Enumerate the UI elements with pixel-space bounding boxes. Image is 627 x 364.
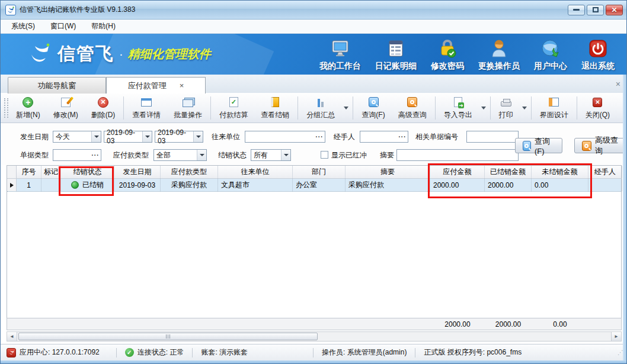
- grid-header-row: 序号 标记 结销状态 发生日期 应付款类型 往来单位 部门 摘要 应付金额 已结…: [7, 166, 621, 179]
- column-header[interactable]: 已结销金额: [485, 166, 532, 178]
- query-magnifier-icon: [523, 141, 531, 151]
- column-header[interactable]: 发生日期: [114, 166, 161, 178]
- column-header[interactable]: 应付款类型: [161, 166, 218, 178]
- summary-label: 摘要: [380, 149, 394, 161]
- tab-function-nav[interactable]: 功能导航窗: [8, 77, 106, 94]
- banner: 信管飞 · 精细化管理软件 我的工作台 日记账明细 修改密码: [1, 34, 627, 75]
- brand-name: 信管飞: [57, 42, 114, 66]
- paytype-select[interactable]: 全部: [153, 149, 207, 161]
- date-from-select[interactable]: 2019-09-03: [104, 131, 152, 143]
- table-row[interactable]: 1 已结销 2019-09-03 采购应付款 文具超市 办公室 采购应付款 20…: [7, 179, 621, 192]
- vendor-input[interactable]: ···: [245, 131, 325, 143]
- add-button[interactable]: + 新增(N): [9, 94, 47, 123]
- printer-icon: [501, 101, 511, 107]
- view-detail-button[interactable]: 查看详情: [126, 94, 167, 123]
- minimize-button[interactable]: [568, 5, 585, 15]
- column-header[interactable]: 结销状态: [61, 166, 114, 178]
- delete-button[interactable]: ✕ 删除(D): [85, 94, 122, 123]
- exit-system-button[interactable]: 退出系统: [574, 37, 622, 73]
- lookup-ellipsis-icon[interactable]: ···: [90, 150, 101, 160]
- advanced-query-toolbar-button[interactable]: 高级查询: [392, 94, 433, 123]
- menu-system[interactable]: 系统(S): [11, 21, 35, 31]
- dropdown-arrow-icon[interactable]: [193, 131, 203, 142]
- change-password-button[interactable]: 修改密码: [424, 37, 471, 73]
- tab-payables[interactable]: 应付款管理 ×: [106, 77, 206, 94]
- user-center-button[interactable]: 用户中心: [527, 37, 574, 73]
- brand-logo-icon: [28, 43, 53, 66]
- group-summary-button[interactable]: 分组汇总: [300, 94, 341, 123]
- cell-summary: 采购应付款: [346, 179, 430, 191]
- advanced-query-button[interactable]: 高级查询: [574, 138, 627, 153]
- scroll-left-icon[interactable]: ◄: [7, 332, 17, 341]
- switch-operator-button[interactable]: 更换操作员: [471, 37, 527, 73]
- payment-settle-button[interactable]: ✓ 付款结算: [213, 94, 254, 123]
- column-header[interactable]: 未结销金额: [532, 166, 588, 178]
- ui-design-button[interactable]: 界面设计: [533, 94, 575, 123]
- app-center-icon: [7, 348, 16, 357]
- doctype-input[interactable]: ···: [53, 149, 101, 161]
- summary-input[interactable]: [396, 149, 519, 161]
- column-header[interactable]: 序号: [17, 166, 41, 178]
- lookup-ellipsis-icon[interactable]: ···: [397, 131, 408, 142]
- column-header[interactable]: 往来单位: [218, 166, 293, 178]
- edit-icon: [61, 98, 71, 107]
- connection-status: ✓ 连接状态: 正常: [125, 347, 184, 357]
- detail-window-icon: [141, 98, 152, 107]
- show-reversed-checkbox[interactable]: [321, 151, 328, 159]
- maximize-button[interactable]: [587, 5, 604, 15]
- settled-status-dot-icon: [71, 181, 79, 189]
- print-dropdown-icon[interactable]: [522, 107, 527, 109]
- dropdown-arrow-icon[interactable]: [281, 150, 290, 160]
- batch-cards-icon: [183, 99, 193, 107]
- toolbar-grip[interactable]: [4, 98, 8, 118]
- batch-operation-button[interactable]: 批量操作: [167, 94, 209, 123]
- title-bar: 信管飞出纳记账软件专业版 V9.1.383 ✕: [1, 1, 627, 20]
- column-header[interactable]: 标记: [41, 166, 61, 178]
- cell-vendor: 文具超市: [218, 179, 293, 191]
- workbench-button[interactable]: 我的工作台: [312, 37, 368, 73]
- group-summary-dropdown-icon[interactable]: [344, 107, 348, 109]
- menu-window[interactable]: 窗口(W): [50, 21, 76, 31]
- dropdown-arrow-icon[interactable]: [91, 131, 101, 142]
- scroll-right-icon[interactable]: ►: [611, 332, 621, 341]
- dropdown-arrow-icon[interactable]: [197, 150, 206, 160]
- monitor-icon: [330, 38, 351, 59]
- related-doc-input[interactable]: [466, 131, 519, 143]
- menu-help[interactable]: 帮助(H): [91, 21, 116, 31]
- horizontal-scrollbar[interactable]: ◄ ►: [7, 331, 622, 342]
- column-header[interactable]: 应付金额: [430, 166, 485, 178]
- journal-list-icon: [385, 38, 407, 59]
- cell-settled: 2000.00: [485, 179, 532, 191]
- column-header[interactable]: 摘要: [346, 166, 430, 178]
- date-label: 发生日期: [20, 131, 49, 143]
- person-icon: [488, 38, 510, 59]
- cell-date: 2019-09-03: [114, 179, 161, 191]
- lookup-ellipsis-icon[interactable]: ···: [314, 131, 325, 142]
- advanced-query-magnifier-icon: [407, 97, 417, 107]
- column-header[interactable]: 经手人: [588, 166, 622, 178]
- view-settlement-button[interactable]: 查看结销: [254, 94, 296, 123]
- tab-close-icon[interactable]: ×: [180, 81, 184, 90]
- query-toolbar-button[interactable]: 查询(F): [355, 94, 391, 123]
- close-button[interactable]: ✕: [606, 5, 623, 15]
- panel-close-icon[interactable]: ×: [616, 79, 620, 89]
- column-header[interactable]: 部门: [293, 166, 346, 178]
- close-tab-button[interactable]: ✕ 关闭(Q): [579, 94, 616, 123]
- dropdown-arrow-icon[interactable]: [142, 131, 152, 142]
- journal-detail-button[interactable]: 日记账明细: [368, 37, 424, 73]
- current-row-arrow-icon: [10, 183, 14, 188]
- scrollbar-thumb[interactable]: [18, 333, 318, 340]
- query-magnifier-icon: [369, 97, 379, 107]
- agent-input[interactable]: ···: [360, 131, 408, 143]
- query-button[interactable]: 查询(F): [515, 138, 562, 153]
- paytype-label: 应付款类型: [113, 149, 149, 161]
- toolbar: + 新增(N) 修改(M) ✕ 删除(D) 查看详情 批量操作 ✓ 付款结算 查…: [1, 94, 627, 123]
- import-export-dropdown-icon[interactable]: [481, 107, 486, 109]
- date-to-select[interactable]: 2019-09-03: [155, 131, 203, 143]
- import-export-button[interactable]: 导入导出: [437, 94, 479, 123]
- edit-button[interactable]: 修改(M): [47, 94, 85, 123]
- date-preset-select[interactable]: 今天: [53, 131, 101, 143]
- close-tab-icon: ✕: [593, 98, 602, 107]
- print-button[interactable]: 打印: [492, 94, 520, 123]
- settle-status-select[interactable]: 所有: [251, 149, 291, 161]
